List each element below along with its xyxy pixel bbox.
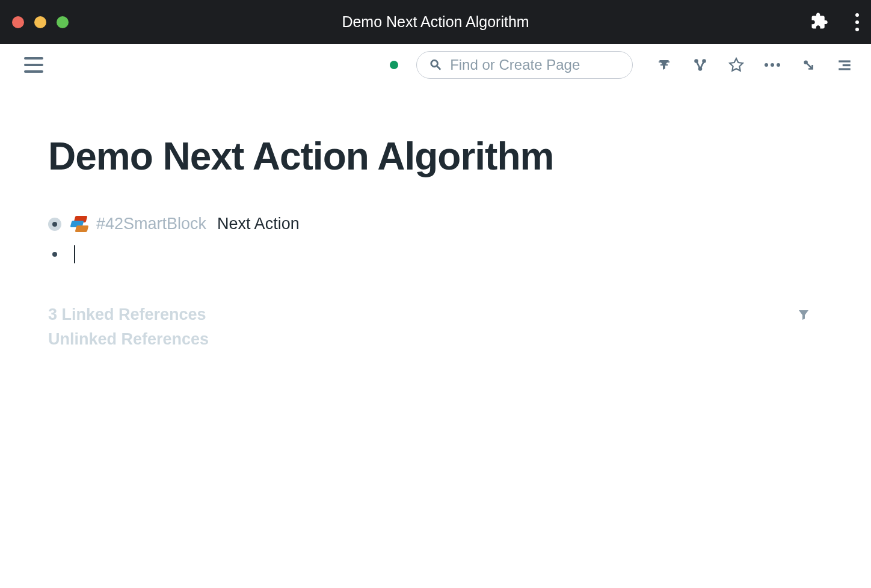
text-cursor <box>74 245 75 263</box>
smartblock-icon <box>71 216 90 233</box>
search-input[interactable] <box>450 57 620 73</box>
unlinked-references-heading[interactable]: Unlinked References <box>48 330 823 349</box>
linked-references-heading[interactable]: 3 Linked References <box>48 305 823 324</box>
maximize-window-button[interactable] <box>57 16 69 28</box>
titlebar: Demo Next Action Algorithm <box>0 0 871 44</box>
svg-rect-4 <box>839 60 851 62</box>
block-row[interactable]: #42SmartBlock Next Action <box>48 215 823 233</box>
bullet-expanded-icon[interactable] <box>48 218 61 231</box>
references-section: 3 Linked References Unlinked References <box>48 305 823 349</box>
svg-rect-6 <box>839 68 851 70</box>
browser-menu-icon[interactable] <box>855 13 859 31</box>
block-text[interactable]: Next Action <box>217 215 300 233</box>
tag-link[interactable]: #42SmartBlock <box>96 215 206 233</box>
minimize-window-button[interactable] <box>34 16 46 28</box>
star-icon[interactable] <box>728 57 745 73</box>
traffic-lights <box>12 16 69 28</box>
page-title[interactable]: Demo Next Action Algorithm <box>48 134 823 179</box>
shortcuts-icon[interactable] <box>800 57 817 73</box>
menu-toggle-button[interactable] <box>24 57 43 73</box>
window-title: Demo Next Action Algorithm <box>342 13 529 31</box>
right-sidebar-icon[interactable] <box>836 57 853 73</box>
page-content: Demo Next Action Algorithm #42SmartBlock… <box>0 86 871 349</box>
graph-icon[interactable] <box>692 57 709 73</box>
app-toolbar <box>0 44 871 86</box>
filter-icon[interactable] <box>656 57 672 73</box>
search-box[interactable] <box>416 51 633 79</box>
sync-status-indicator[interactable] <box>390 61 398 69</box>
bullet-icon[interactable] <box>52 252 57 257</box>
more-options-icon[interactable] <box>764 57 781 73</box>
references-filter-icon[interactable] <box>796 308 811 325</box>
close-window-button[interactable] <box>12 16 24 28</box>
block-row-empty[interactable] <box>48 245 823 263</box>
extensions-icon[interactable] <box>810 12 828 32</box>
search-icon <box>429 57 443 73</box>
svg-rect-5 <box>843 64 851 66</box>
